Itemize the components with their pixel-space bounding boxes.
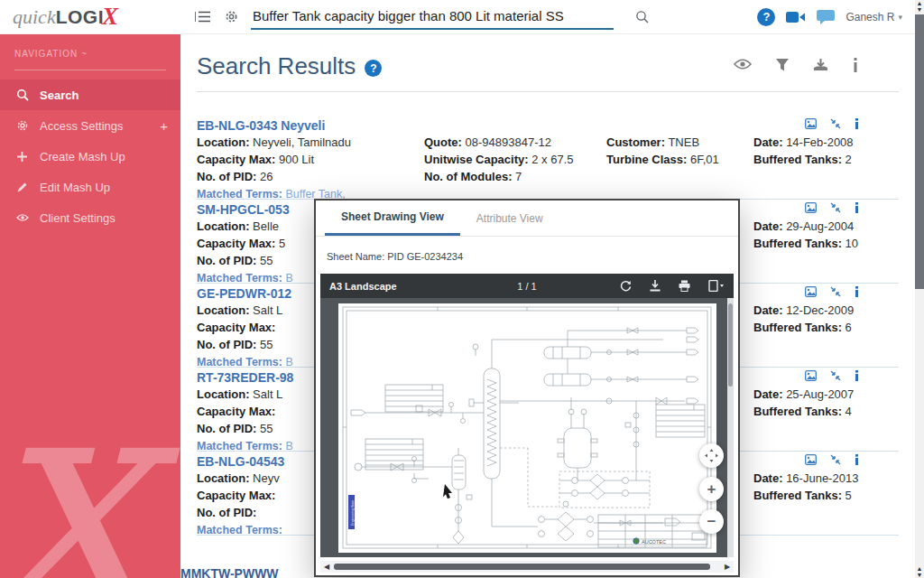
row-info-icon[interactable] bbox=[855, 286, 859, 297]
field-customer: Customer: TNEB bbox=[606, 136, 753, 148]
logo-quick: quick bbox=[13, 5, 56, 29]
image-icon[interactable] bbox=[805, 454, 817, 465]
video-icon[interactable] bbox=[786, 11, 806, 23]
tab-attribute-view[interactable]: Attribute View bbox=[460, 200, 559, 236]
field-no-of-pid: No. of PID: 26 bbox=[197, 171, 424, 182]
page-scrollbar[interactable]: ▲▼ ▲▼ bbox=[915, 0, 924, 578]
logo-logi: LOGI bbox=[56, 6, 104, 28]
zoom-in-button[interactable]: + bbox=[699, 477, 724, 501]
page-title: Search Results ? bbox=[197, 52, 382, 80]
expand-plus-icon[interactable]: + bbox=[160, 118, 168, 134]
magnifier-icon[interactable] bbox=[635, 10, 649, 23]
sidebar-item-label: Create Mash Up bbox=[40, 150, 125, 163]
bookmark-menu-icon[interactable] bbox=[708, 280, 725, 292]
collapse-icon[interactable] bbox=[830, 286, 841, 297]
collapse-icon[interactable] bbox=[830, 370, 841, 381]
sidebar-item-search[interactable]: Search bbox=[0, 79, 180, 110]
row-info-icon[interactable] bbox=[855, 202, 859, 213]
zoom-out-button[interactable]: − bbox=[699, 509, 724, 534]
result-title-link[interactable]: EB-NLG-04543 bbox=[197, 454, 284, 469]
filter-funnel-icon[interactable] bbox=[775, 58, 790, 72]
sidebar-item-label: Client Settings bbox=[40, 211, 116, 225]
collapse-icon[interactable] bbox=[830, 454, 841, 465]
page-scroll-thumb[interactable] bbox=[915, 14, 924, 289]
scroll-up-arrow-icon[interactable]: ▲▼ bbox=[915, 0, 924, 13]
eye-icon bbox=[16, 213, 40, 222]
results-help-icon[interactable]: ? bbox=[365, 60, 382, 77]
pencil-icon bbox=[16, 182, 40, 193]
scroll-right-arrow-icon[interactable]: ▶ bbox=[721, 563, 734, 571]
result-actions bbox=[805, 454, 859, 465]
row-info-icon[interactable] bbox=[855, 454, 859, 465]
pdf-download-icon[interactable] bbox=[650, 280, 661, 292]
tab-sheet-drawing-view[interactable]: Sheet Drawing View bbox=[325, 200, 460, 236]
pdf-viewer: AUCOTEC Engineering Base + − bbox=[320, 298, 734, 557]
help-icon[interactable]: ? bbox=[757, 8, 775, 26]
settings-gear-icon[interactable] bbox=[225, 10, 238, 23]
result-title-link[interactable]: RT-73REDER-98 bbox=[197, 370, 293, 385]
result-title-link[interactable]: EB-NLG-0343 Neyveli bbox=[197, 118, 325, 133]
print-icon[interactable] bbox=[679, 280, 690, 292]
field-date: Date: 14-Feb-2008 bbox=[753, 136, 907, 148]
user-menu[interactable]: Ganesh R ▾ bbox=[845, 11, 902, 23]
modal-tabbar: Sheet Drawing View Attribute View bbox=[316, 200, 738, 237]
result-actions bbox=[805, 370, 859, 381]
image-icon[interactable] bbox=[805, 370, 817, 381]
sidebar-item-client-settings[interactable]: Client Settings bbox=[0, 202, 180, 233]
app-logo[interactable]: quickLOGIX bbox=[0, 0, 180, 34]
image-icon[interactable] bbox=[805, 286, 817, 297]
pan-button[interactable] bbox=[699, 443, 724, 468]
matched-terms: Matched Terms: B bbox=[197, 272, 293, 284]
sidebar-item-edit-mashup[interactable]: Edit Mash Up bbox=[0, 172, 180, 202]
viewer-horizontal-scrollbar[interactable]: ◀ ▶ bbox=[320, 561, 734, 573]
result-actions bbox=[805, 202, 859, 213]
gear-icon bbox=[16, 119, 40, 132]
result-title-link[interactable]: SM-HPGCL-053 bbox=[197, 202, 290, 217]
sidebar: quickLOGIX NAVIGATION ~ Search Access Se… bbox=[0, 0, 180, 578]
pid-drawing: AUCOTEC Engineering Base bbox=[338, 303, 716, 553]
collapse-icon[interactable] bbox=[830, 118, 841, 129]
scroll-down-arrow-icon[interactable]: ▲▼ bbox=[915, 565, 924, 578]
row-info-icon[interactable] bbox=[855, 118, 859, 129]
field-date: Date: 12-Dec-2009 bbox=[753, 304, 907, 316]
chevron-down-icon: ▾ bbox=[898, 13, 902, 22]
field-no-of-modules: No. of Modules: 7 bbox=[424, 171, 605, 182]
download-icon[interactable] bbox=[813, 58, 828, 72]
search-icon bbox=[16, 89, 40, 101]
rotate-icon[interactable] bbox=[620, 280, 632, 292]
menu-list-icon[interactable] bbox=[195, 11, 210, 23]
chat-icon[interactable] bbox=[817, 10, 835, 24]
vendor-logo-text: AUCOTEC bbox=[642, 539, 666, 545]
preview-eye-icon[interactable] bbox=[734, 58, 752, 72]
result-actions bbox=[805, 118, 859, 129]
drawing-page: AUCOTEC Engineering Base bbox=[338, 303, 716, 553]
search-input[interactable] bbox=[251, 4, 614, 30]
collapse-icon[interactable] bbox=[830, 202, 841, 213]
logo-x: X bbox=[102, 3, 118, 31]
sidebar-item-label: Search bbox=[40, 89, 79, 102]
result-title-link[interactable]: GE-PEDWR-012 bbox=[197, 286, 291, 301]
image-icon[interactable] bbox=[805, 202, 817, 213]
info-icon[interactable] bbox=[852, 58, 859, 72]
field-location: Location: Neyveli, Tamilnadu bbox=[197, 136, 424, 148]
plus-icon bbox=[16, 151, 40, 163]
viewer-vertical-scrollbar[interactable] bbox=[727, 298, 734, 557]
image-icon[interactable] bbox=[805, 118, 817, 129]
sheet-preview-modal: Sheet Drawing View Attribute View Sheet … bbox=[314, 199, 740, 577]
sidebar-item-label: Edit Mash Up bbox=[40, 181, 110, 194]
horizontal-scroll-thumb[interactable] bbox=[334, 564, 710, 570]
sidebar-item-access-settings[interactable]: Access Settings + bbox=[0, 110, 180, 141]
sheet-name-label: Sheet Name: PID GE-0234234 bbox=[316, 237, 738, 274]
sidebar-divider bbox=[14, 70, 166, 70]
scroll-left-arrow-icon[interactable]: ◀ bbox=[320, 563, 333, 571]
result-col-quote: Quote: 08-94893847-12Unitwise Capacity: … bbox=[424, 136, 605, 182]
field-unitwise-capacity: Unitwise Capacity: 2 x 67.5 bbox=[424, 154, 605, 165]
sidebar-item-create-mashup[interactable]: Create Mash Up bbox=[0, 141, 180, 172]
results-header: Search Results ? bbox=[197, 34, 899, 92]
brand-watermark-x: x bbox=[0, 350, 152, 578]
result-actions bbox=[805, 286, 859, 297]
row-info-icon[interactable] bbox=[855, 370, 859, 381]
result-col-customer: Customer: TNEBTurbine Class: 6F,01 bbox=[606, 136, 753, 165]
topbar: ? Ganesh R ▾ bbox=[180, 0, 915, 34]
field-date: Date: 16-June-2013 bbox=[753, 472, 907, 484]
